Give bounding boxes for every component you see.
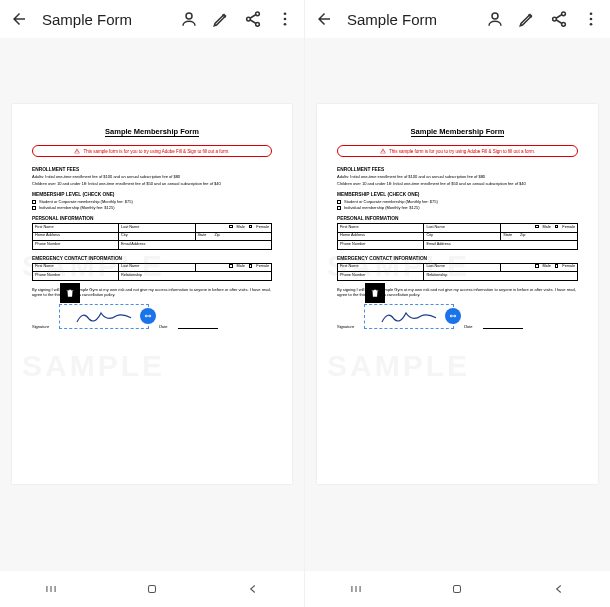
delete-button[interactable] (60, 283, 80, 303)
level-heading: MEMBERSHIP LEVEL (CHECK ONE) (337, 192, 578, 197)
recents-icon[interactable] (43, 581, 59, 597)
svg-point-11 (492, 13, 498, 19)
checkbox-icon[interactable] (555, 264, 559, 268)
home-icon[interactable] (449, 581, 465, 597)
date-label: Date (159, 324, 167, 329)
resize-handle[interactable] (445, 308, 461, 324)
svg-point-0 (186, 13, 192, 19)
level-option[interactable]: Student or Corporate membership (Monthly… (32, 199, 272, 204)
level-option[interactable]: Individual membership (Monthly fee: $125… (32, 205, 272, 210)
share-icon[interactable] (244, 10, 262, 28)
toolbar: Sample Form (305, 0, 610, 38)
fees-heading: ENROLLMENT FEES (32, 167, 272, 172)
fees-heading: ENROLLMENT FEES (337, 167, 578, 172)
page-title: Sample Form (42, 11, 166, 28)
android-navbar (305, 571, 610, 607)
watermark: SAMPLE (327, 349, 470, 383)
fees-line: Children over 10 and under 18: Initial o… (337, 181, 578, 187)
emergency-table: First NameLast NameMaleFemale Phone Numb… (32, 263, 272, 281)
date-line[interactable] (483, 328, 523, 329)
checkbox-icon[interactable] (229, 225, 233, 229)
svg-rect-10 (148, 586, 155, 593)
checkbox-icon[interactable] (229, 264, 233, 268)
toolbar: Sample Form (0, 0, 304, 38)
signature-box[interactable] (59, 304, 149, 329)
svg-point-16 (590, 18, 593, 21)
checkbox-icon[interactable] (337, 206, 341, 210)
emergency-table: First NameLast NameMaleFemale Phone Numb… (337, 263, 578, 281)
profile-icon[interactable] (180, 10, 198, 28)
personal-heading: PERSONAL INFORMATION (32, 216, 272, 221)
level-option[interactable]: Individual membership (Monthly fee: $125… (337, 205, 578, 210)
svg-point-15 (590, 12, 593, 15)
personal-table: First NameLast NameMaleFemale Home Addre… (337, 223, 578, 250)
checkbox-icon[interactable] (249, 264, 253, 268)
level-heading: MEMBERSHIP LEVEL (CHECK ONE) (32, 192, 272, 197)
signature-box[interactable] (364, 304, 454, 329)
warning-box: This sample form is for you to try using… (32, 145, 272, 157)
checkbox-icon[interactable] (535, 225, 539, 229)
warning-text: This sample form is for you to try using… (83, 149, 229, 154)
date-line[interactable] (178, 328, 218, 329)
pen-icon[interactable] (518, 10, 536, 28)
checkbox-icon[interactable] (32, 200, 36, 204)
emergency-heading: EMERGENCY CONTACT INFORMATION (337, 256, 578, 261)
checkbox-icon[interactable] (249, 225, 253, 229)
checkbox-icon[interactable] (535, 264, 539, 268)
svg-rect-21 (454, 586, 461, 593)
warning-text: This sample form is for you to try using… (389, 149, 535, 154)
more-icon[interactable] (276, 10, 294, 28)
svg-point-5 (284, 18, 287, 21)
watermark: SAMPLE (22, 349, 165, 383)
more-icon[interactable] (582, 10, 600, 28)
delete-button[interactable] (365, 283, 385, 303)
fees-line: Children over 10 and under 18: Initial o… (32, 181, 272, 187)
doc-title: Sample Membership Form (411, 127, 505, 137)
svg-point-17 (590, 23, 593, 26)
back-nav-icon[interactable] (551, 581, 567, 597)
checkbox-icon[interactable] (337, 200, 341, 204)
doc-title: Sample Membership Form (105, 127, 199, 137)
fees-line: Adults: Initial one-time enrollment fee … (337, 174, 578, 180)
home-icon[interactable] (144, 581, 160, 597)
level-option[interactable]: Student or Corporate membership (Monthly… (337, 199, 578, 204)
checkbox-icon[interactable] (32, 206, 36, 210)
share-icon[interactable] (550, 10, 568, 28)
signature-glyph (379, 306, 439, 326)
personal-table: First NameLast NameMaleFemale Home Addre… (32, 223, 272, 250)
back-icon[interactable] (10, 10, 28, 28)
warning-box: This sample form is for you to try using… (337, 145, 578, 157)
back-nav-icon[interactable] (245, 581, 261, 597)
resize-handle[interactable] (140, 308, 156, 324)
android-navbar (0, 571, 304, 607)
document: SAMPLE SAMPLE Sample Membership Form Thi… (317, 104, 598, 484)
recents-icon[interactable] (348, 581, 364, 597)
pen-icon[interactable] (212, 10, 230, 28)
fees-line: Adults: Initial one-time enrollment fee … (32, 174, 272, 180)
signature-label: Signature (337, 324, 354, 329)
date-label: Date (464, 324, 472, 329)
emergency-heading: EMERGENCY CONTACT INFORMATION (32, 256, 272, 261)
signature-label: Signature (32, 324, 49, 329)
document: SAMPLE SAMPLE Sample Membership Form Thi… (12, 104, 292, 484)
signature-glyph (74, 306, 134, 326)
svg-point-4 (284, 12, 287, 15)
profile-icon[interactable] (486, 10, 504, 28)
personal-heading: PERSONAL INFORMATION (337, 216, 578, 221)
svg-point-6 (284, 23, 287, 26)
page-title: Sample Form (347, 11, 472, 28)
checkbox-icon[interactable] (555, 225, 559, 229)
back-icon[interactable] (315, 10, 333, 28)
